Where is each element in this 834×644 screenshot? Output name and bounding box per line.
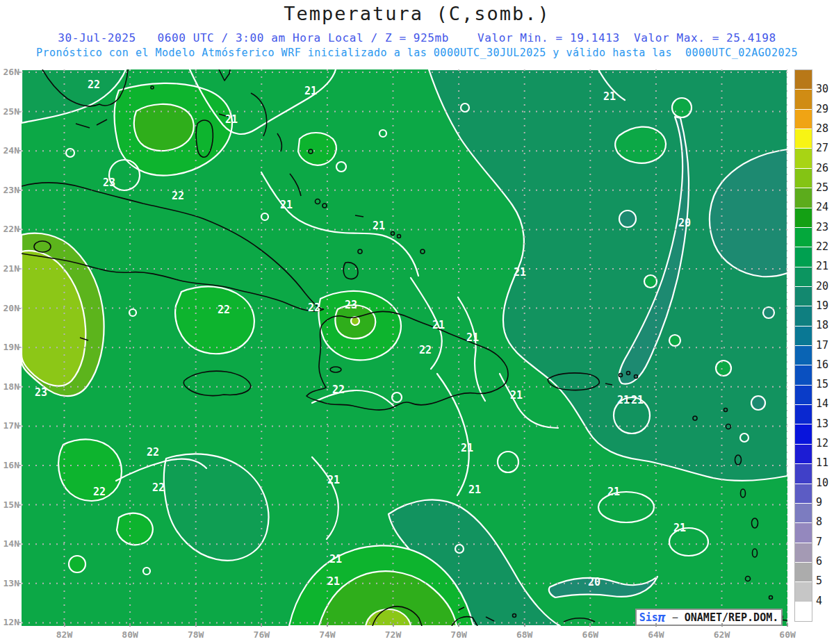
contour-label-21: 21 — [327, 575, 340, 588]
lat-axis-tick — [17, 268, 21, 270]
contour-label-21: 21 — [329, 553, 342, 565]
lon-axis-tick — [64, 623, 65, 627]
lon-axis-label: 70W — [450, 629, 466, 640]
colorbar-tick-label: 30 — [816, 83, 834, 95]
lat-axis-label: 16N — [0, 460, 19, 470]
colorbar-segment — [795, 90, 812, 108]
colorbar-tick-label: 14 — [816, 397, 834, 410]
contour-label-21: 21 — [461, 442, 473, 454]
lon-axis-label: 68W — [516, 629, 532, 640]
colorbar-tick-label: 10 — [816, 477, 834, 489]
lat-axis-tick — [17, 347, 21, 348]
contour-label-21: 21 — [607, 486, 620, 498]
weather-map-page: Temperatura (C,somb.) 30-Jul-2025 0600 U… — [0, 0, 834, 644]
colorbar-tick-label: 11 — [816, 456, 834, 469]
contour-label-22: 22 — [147, 446, 159, 459]
colorbar-tick-label: 24 — [816, 201, 834, 213]
lon-axis-tick — [327, 623, 328, 627]
colorbar — [794, 69, 812, 622]
lat-axis-label: 12N — [0, 617, 19, 627]
contour-label-21: 21 — [603, 90, 616, 103]
contour-label-21: 21 — [510, 389, 523, 402]
lat-axis-tick — [17, 425, 21, 427]
lon-axis-tick — [393, 623, 394, 627]
lat-axis-label: 22N — [0, 224, 19, 234]
colorbar-tick-label: 8 — [816, 515, 834, 528]
lon-axis-label: 78W — [188, 629, 204, 640]
colorbar-tick-label: 4 — [816, 595, 834, 607]
colorbar-segment — [795, 70, 812, 89]
colorbar-segment — [795, 306, 812, 325]
lat-axis-label: 23N — [0, 185, 19, 195]
colorbar-tick-label: 12 — [816, 437, 834, 449]
onamet-org-label: ONAMET/REP.DOM. — [685, 611, 778, 624]
colorbar-tick-label: 5 — [816, 575, 834, 587]
colorbar-tick-label: 23 — [816, 221, 834, 233]
contour-label-21: 21 — [225, 113, 238, 126]
colorbar-segment — [795, 346, 812, 365]
lat-axis-label: 25N — [0, 106, 19, 117]
lon-axis-label: 60W — [779, 629, 795, 640]
colorbar-segment — [795, 602, 812, 621]
colorbar-tick-label: 22 — [816, 240, 834, 253]
colorbar-segment — [795, 208, 812, 227]
colorbar-segment — [795, 110, 812, 129]
colorbar-segment — [795, 129, 812, 148]
lat-axis-label: 26N — [0, 67, 19, 77]
colorbar-segment — [795, 405, 812, 424]
contour-label-21: 21 — [631, 394, 644, 406]
lon-axis-label: 72W — [385, 629, 401, 640]
lon-axis-label: 66W — [582, 629, 598, 640]
lon-axis-tick — [589, 623, 591, 627]
lat-axis-label: 17N — [0, 420, 19, 431]
colorbar-segment — [795, 169, 812, 188]
contour-label-22: 22 — [218, 304, 230, 316]
colorbar-tick-label: 7 — [816, 536, 834, 548]
lat-axis-tick — [17, 229, 21, 230]
lat-axis-tick — [17, 504, 21, 506]
colorbar-segment — [795, 424, 812, 443]
contour-label-22: 22 — [152, 481, 165, 494]
colorbar-segment — [795, 464, 812, 483]
contour-label-22: 22 — [93, 486, 106, 498]
contour-label-21: 21 — [280, 199, 293, 211]
lat-axis-label: 20N — [0, 303, 19, 313]
lon-axis-label: 82W — [56, 629, 72, 640]
temperature-contour-map: 2221212123222121202122222321212222212321… — [22, 69, 787, 626]
lon-axis-tick — [195, 623, 197, 627]
lat-axis-label: 15N — [0, 499, 19, 510]
contour-label-22: 22 — [308, 302, 320, 314]
lat-axis-tick — [17, 386, 21, 388]
colorbar-tick-label: 28 — [816, 122, 834, 135]
contour-label-21: 21 — [514, 266, 526, 279]
lat-axis-tick — [17, 72, 21, 73]
lat-axis-tick — [17, 622, 21, 623]
contour-label-21: 21 — [373, 220, 385, 232]
lat-axis-label: 18N — [0, 381, 19, 392]
lat-axis-tick — [17, 150, 21, 151]
colorbar-segment — [795, 543, 812, 562]
colorbar-segment — [795, 523, 812, 542]
contour-label-21: 21 — [617, 394, 630, 406]
lon-axis-tick — [655, 623, 657, 627]
contour-label-22: 22 — [88, 79, 100, 91]
lat-axis-label: 13N — [0, 578, 19, 588]
lon-axis-label: 76W — [254, 629, 270, 640]
colorbar-segment — [795, 386, 812, 404]
attribution-box: Sis π − ONAMET/REP.DOM. — [635, 609, 783, 626]
contour-label-21: 21 — [466, 331, 479, 344]
contour-label-21: 21 — [304, 85, 317, 97]
colorbar-tick-label: 18 — [816, 319, 834, 331]
colorbar-segment — [795, 228, 812, 247]
contour-label-21: 21 — [468, 484, 481, 496]
lon-axis-tick — [129, 623, 131, 627]
colorbar-segment — [795, 582, 812, 601]
subtitle-model-line: Pronóstico con el Modelo Atmósferico WRF… — [0, 47, 834, 59]
colorbar-tick-label: 25 — [816, 181, 834, 194]
contour-label-22: 22 — [419, 344, 432, 356]
colorbar-tick-label: 21 — [816, 260, 834, 272]
lat-axis-tick — [17, 583, 21, 584]
contour-label-23: 23 — [35, 386, 47, 399]
contour-label-23: 23 — [345, 299, 357, 311]
lat-axis-label: 14N — [0, 538, 19, 549]
